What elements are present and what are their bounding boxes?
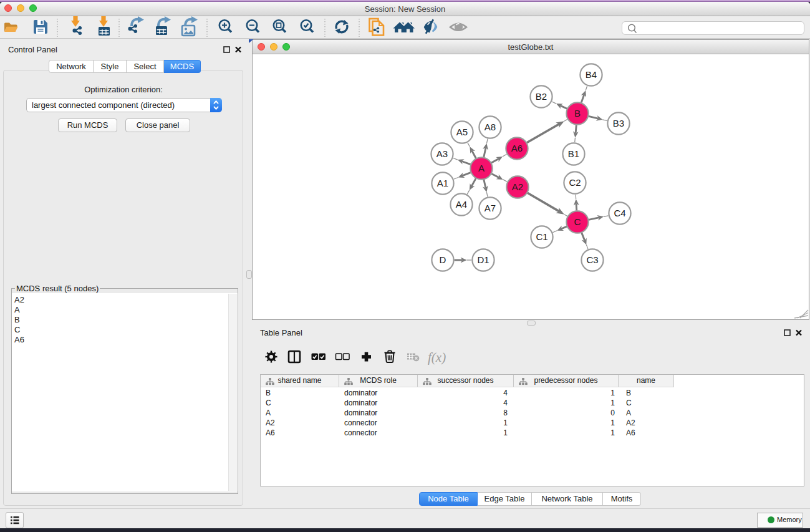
svg-text:C4: C4 <box>614 208 625 218</box>
svg-text:C: C <box>574 216 581 227</box>
svg-text:A3: A3 <box>436 148 448 159</box>
svg-text:D: D <box>440 254 446 265</box>
svg-text:B4: B4 <box>586 69 597 80</box>
svg-text:C1: C1 <box>536 231 547 242</box>
svg-text:A5: A5 <box>456 127 468 137</box>
svg-text:A4: A4 <box>456 199 467 210</box>
svg-text:C3: C3 <box>586 254 598 265</box>
svg-text:A8: A8 <box>485 122 496 132</box>
svg-text:A6: A6 <box>511 143 523 153</box>
svg-text:B2: B2 <box>536 91 547 102</box>
svg-text:B1: B1 <box>568 148 579 159</box>
svg-text:A2: A2 <box>512 181 523 192</box>
svg-text:B: B <box>574 108 581 118</box>
svg-text:B3: B3 <box>613 118 624 128</box>
svg-text:C2: C2 <box>569 177 581 188</box>
svg-text:A: A <box>478 163 485 173</box>
svg-text:f(x): f(x) <box>428 350 446 365</box>
svg-text:A1: A1 <box>437 178 448 188</box>
svg-text:A7: A7 <box>485 203 496 213</box>
svg-text:D1: D1 <box>477 254 489 265</box>
